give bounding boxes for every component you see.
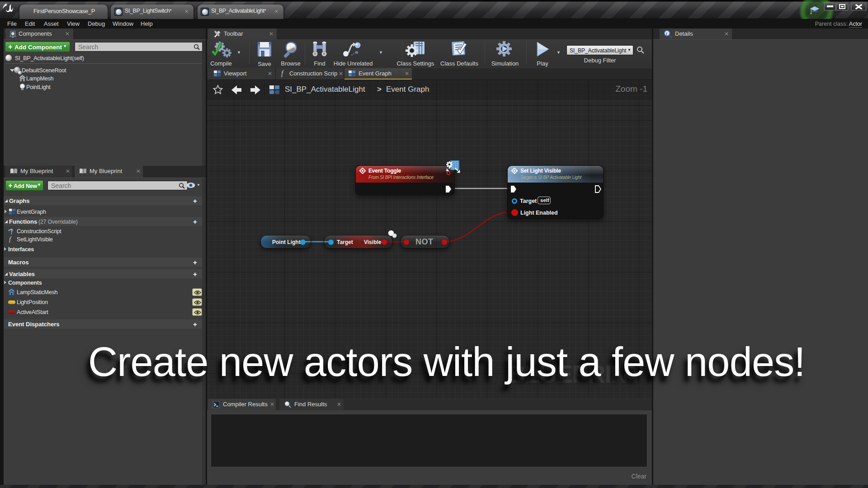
svg-text:i: i — [666, 31, 667, 36]
svg-text:f: f — [9, 235, 12, 243]
